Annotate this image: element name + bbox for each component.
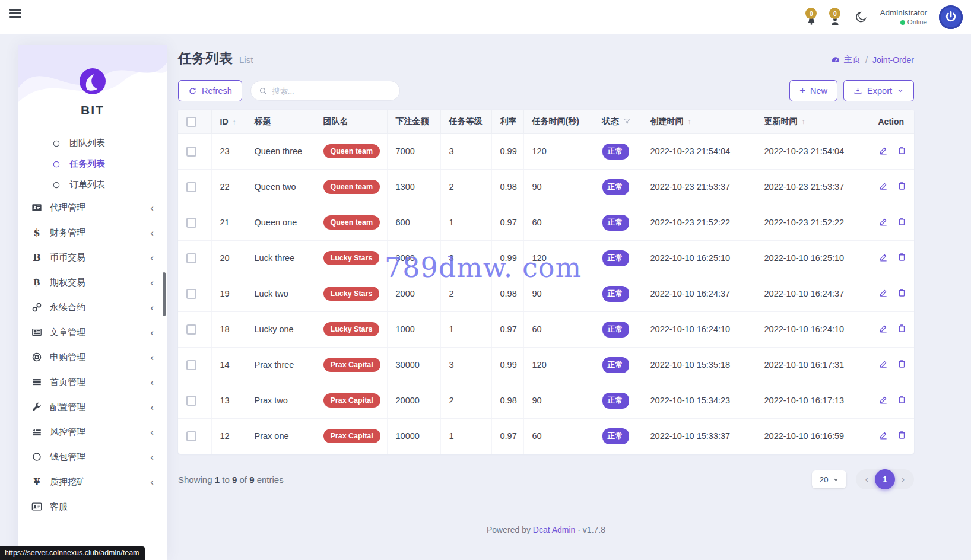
edit-button[interactable] — [878, 145, 889, 157]
delete-button[interactable] — [897, 359, 907, 371]
sort-asc-icon[interactable]: ↑ — [233, 118, 236, 126]
sidebar: BIT 团队列表 任务列表 订单列表 — [18, 45, 167, 560]
next-page-button[interactable]: › — [895, 474, 911, 485]
sidebar-item[interactable]: 风控管理 ‹ — [18, 419, 167, 444]
edit-button[interactable] — [878, 217, 889, 228]
cell-duration: 60 — [523, 205, 594, 240]
column-header[interactable]: ID↑ — [211, 110, 246, 133]
cell-actions — [870, 240, 914, 276]
table-row: 12 Prax one Prax Capital 10000 1 0.97 60… — [178, 418, 914, 454]
delete-button[interactable] — [897, 394, 907, 406]
sidebar-item[interactable]: 文章管理 ‹ — [18, 320, 167, 345]
trash-icon — [897, 288, 907, 298]
delete-button[interactable] — [897, 288, 907, 300]
sidebar-item-label: 财务管理 — [50, 227, 85, 238]
footer-credit: Powered by Dcat Admin · v1.7.8 — [178, 525, 914, 534]
sort-asc-icon[interactable]: ↑ — [802, 117, 805, 126]
row-checkbox[interactable] — [186, 431, 196, 441]
sidebar-scrollbar[interactable] — [163, 272, 166, 316]
team-badge: Queen team — [323, 215, 380, 230]
column-header[interactable]: 创建时间↑ — [642, 110, 756, 133]
prev-page-button[interactable]: ‹ — [859, 474, 875, 485]
avatar[interactable] — [939, 5, 963, 29]
cell-title: Queen three — [246, 133, 315, 169]
dark-mode-toggle-icon[interactable] — [855, 11, 868, 24]
sidebar-item[interactable]: 钱包管理 ‹ — [18, 444, 167, 469]
sidebar-item[interactable]: $ 财务管理 ‹ — [18, 220, 167, 245]
edit-button[interactable] — [878, 252, 889, 264]
search-input[interactable] — [272, 87, 392, 96]
row-checkbox[interactable] — [186, 360, 196, 370]
delete-button[interactable] — [897, 217, 907, 228]
row-checkbox[interactable] — [186, 289, 196, 299]
dcat-admin-link[interactable]: Dcat Admin — [533, 525, 576, 534]
sidebar-menu: 团队列表 任务列表 订单列表 代理管理 ‹ — [18, 133, 167, 519]
delete-button[interactable] — [897, 181, 907, 193]
delete-button[interactable] — [897, 323, 907, 335]
filter-icon[interactable] — [623, 117, 631, 125]
sidebar-item[interactable]: B 币币交易 ‹ — [18, 245, 167, 270]
breadcrumb-current[interactable]: Joint-Order — [872, 55, 914, 65]
column-header[interactable]: 更新时间↑ — [756, 110, 870, 133]
sidebar-item[interactable]: 期权交易 ‹ — [18, 270, 167, 295]
table-row: 22 Queen two Queen team 1300 2 0.98 90 正… — [178, 169, 914, 205]
breadcrumb-home[interactable]: 主页 — [844, 55, 861, 65]
sidebar-item[interactable]: 团队列表 — [18, 133, 167, 154]
refresh-button[interactable]: Refresh — [178, 80, 242, 101]
edit-button[interactable] — [878, 323, 889, 335]
sidebar-item[interactable]: 永续合约 ‹ — [18, 295, 167, 320]
cell-level: 1 — [440, 205, 491, 240]
chevron-left-icon: ‹ — [150, 452, 154, 462]
brand-logo: BIT — [18, 68, 167, 117]
edit-button[interactable] — [878, 394, 889, 406]
sidebar-item-label: 风控管理 — [50, 427, 85, 438]
sort-asc-icon[interactable]: ↑ — [688, 117, 691, 126]
column-header[interactable]: 状态 — [594, 110, 642, 133]
row-checkbox[interactable] — [186, 147, 196, 157]
cell-title: Luck three — [246, 240, 315, 276]
row-checkbox[interactable] — [186, 324, 196, 335]
menu-icon — [31, 402, 42, 412]
notification-button[interactable]: 0 — [804, 8, 819, 27]
table-body: 23 Queen three Queen team 7000 3 0.99 12… — [178, 133, 914, 454]
sidebar-item[interactable]: 订单列表 — [18, 174, 167, 195]
edit-button[interactable] — [878, 359, 889, 371]
edit-button[interactable] — [878, 288, 889, 300]
delete-button[interactable] — [897, 430, 907, 442]
notification-button[interactable]: 0 — [827, 8, 843, 27]
status-badge: 正常 — [602, 357, 629, 373]
per-page-value: 20 — [819, 475, 828, 484]
status-badge: 正常 — [602, 393, 629, 409]
delete-button[interactable] — [897, 252, 907, 264]
cell-team: Lucky Stars — [315, 276, 387, 311]
row-checkbox[interactable] — [186, 182, 196, 192]
export-button[interactable]: Export — [843, 80, 914, 101]
cell-level: 3 — [440, 240, 491, 276]
data-table-card: ID↑标题团队名下注金额任务等级利率任务时间(秒)状态创建时间↑更新时间↑Act… — [178, 110, 914, 454]
row-checkbox[interactable] — [186, 396, 196, 406]
row-checkbox[interactable] — [186, 253, 196, 263]
per-page-select[interactable]: 20 — [812, 470, 846, 488]
user-info: Administrator Online — [880, 8, 927, 27]
cell-updated: 2022-10-10 16:25:10 — [756, 240, 870, 276]
delete-button[interactable] — [897, 145, 907, 157]
select-all-checkbox[interactable] — [186, 117, 196, 127]
sidebar-item[interactable]: 任务列表 — [18, 154, 167, 174]
sidebar-item[interactable]: 首页管理 ‹ — [18, 370, 167, 394]
sidebar-item[interactable]: 客服 — [18, 494, 167, 519]
new-button[interactable]: + New — [789, 80, 837, 101]
menu-icon — [31, 377, 42, 387]
pagination: ‹ 1 › — [856, 469, 914, 489]
search-icon — [259, 87, 268, 96]
sidebar-item[interactable]: ¥ 质押挖矿 ‹ — [18, 469, 167, 494]
edit-button[interactable] — [878, 181, 889, 193]
sidebar-item[interactable]: 配置管理 ‹ — [18, 394, 167, 419]
menu-icon — [31, 352, 42, 362]
row-checkbox[interactable] — [186, 218, 196, 228]
sidebar-item[interactable]: 申购管理 ‹ — [18, 345, 167, 370]
page-number-button[interactable]: 1 — [875, 469, 895, 489]
edit-button[interactable] — [878, 430, 889, 442]
sidebar-toggle-button[interactable] — [9, 9, 21, 18]
sidebar-item[interactable]: 代理管理 ‹ — [18, 195, 167, 220]
trash-icon — [897, 145, 907, 155]
